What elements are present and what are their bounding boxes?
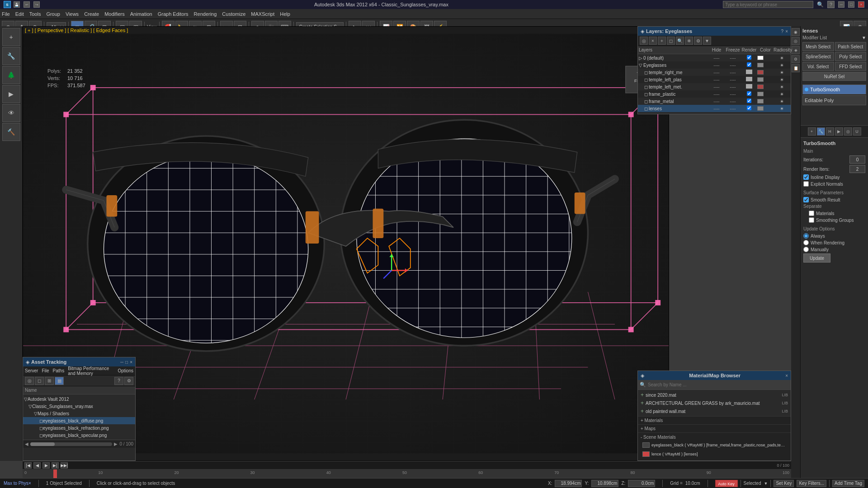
max-to-physx-btn[interactable]: Max to Phys× bbox=[4, 481, 31, 486]
menu-create[interactable]: Create bbox=[84, 11, 99, 17]
scene-mat-lence[interactable]: lence ( VRayMtl ) [lenses] bbox=[641, 450, 788, 459]
coord-z-input[interactable] bbox=[628, 480, 655, 487]
materials-checkbox[interactable] bbox=[809, 211, 814, 216]
menu-file[interactable]: File bbox=[2, 11, 10, 17]
nav-utilities[interactable]: U bbox=[853, 127, 861, 136]
layer-row-lenses[interactable]: ◻lenses ---- ---- ☀ bbox=[638, 105, 791, 112]
asset-close[interactable]: × bbox=[130, 360, 132, 365]
layers-help[interactable]: ? bbox=[781, 29, 784, 34]
asset-maximize[interactable]: □ bbox=[125, 360, 128, 365]
panel-icon-2[interactable]: ◎ bbox=[792, 37, 800, 45]
nav-create[interactable]: + bbox=[808, 127, 816, 136]
menu-maxscript[interactable]: MAXScript bbox=[251, 11, 274, 17]
layers-close[interactable]: × bbox=[785, 29, 788, 34]
ffd-select-btn[interactable]: FFD Select bbox=[835, 62, 867, 71]
asset-btn-settings[interactable]: ⚙ bbox=[124, 377, 133, 385]
asset-scrollbar[interactable]: ◀ ▶ 0 / 100 bbox=[23, 440, 135, 448]
asset-menu-paths[interactable]: Paths bbox=[53, 368, 65, 373]
mat-item-grass[interactable]: + ARCHITECTURAL GREEN GRASS by ark_mauri… bbox=[638, 399, 791, 407]
coord-y-input[interactable] bbox=[591, 480, 618, 487]
update-button[interactable]: Update bbox=[803, 253, 830, 263]
spline-select-btn[interactable]: SplineSelect bbox=[802, 52, 834, 61]
help-icon[interactable]: ? bbox=[827, 1, 835, 8]
asset-btn-help[interactable]: ? bbox=[114, 377, 123, 385]
nav-hierarchy[interactable]: H bbox=[826, 127, 834, 136]
materials-section[interactable]: + Materials bbox=[638, 416, 791, 424]
tl-play[interactable]: ▶ bbox=[42, 462, 50, 469]
iterations-input[interactable] bbox=[849, 155, 865, 164]
asset-max-file[interactable]: ▽Classic_Sunglasses_vray.max bbox=[23, 403, 135, 410]
when-rendering-radio[interactable] bbox=[803, 240, 809, 245]
panel-icon-5[interactable]: 📋 bbox=[792, 64, 800, 72]
mat-item-since2020[interactable]: + since 2020.mat LIB bbox=[638, 391, 791, 399]
asset-refraction[interactable]: ◻eyeglasses_black_refraction.png bbox=[23, 424, 135, 432]
menu-tools[interactable]: Tools bbox=[29, 11, 41, 17]
panel-icon-4[interactable]: ⚙ bbox=[792, 55, 800, 63]
asset-btn-3[interactable]: ⊞ bbox=[45, 377, 54, 385]
explicit-normals-checkbox[interactable] bbox=[803, 181, 809, 187]
left-tool-hierarchy[interactable]: 🌲 bbox=[2, 66, 20, 84]
menu-rendering[interactable]: Rendering bbox=[194, 11, 217, 17]
asset-btn-2[interactable]: ◻ bbox=[35, 377, 44, 385]
menu-graph-editors[interactable]: Graph Editors bbox=[158, 11, 189, 17]
menu-help[interactable]: Help bbox=[280, 11, 290, 17]
layer-row-frame-plastic[interactable]: ◻frame_plastic ---- ---- ☀ bbox=[638, 90, 791, 98]
layer-row-temple-right[interactable]: ◻temple_right_me ---- ---- ☀ bbox=[638, 69, 791, 76]
smooth-result-checkbox[interactable] bbox=[803, 197, 809, 202]
tl-next[interactable]: ▶| bbox=[52, 462, 59, 469]
asset-btn-1[interactable]: ◎ bbox=[25, 377, 34, 385]
layers-delete[interactable]: × bbox=[649, 37, 657, 45]
add-time-tag-btn[interactable]: Add Time Tag bbox=[832, 480, 864, 487]
tl-prev[interactable]: ◀ bbox=[33, 462, 41, 469]
selected-dropdown[interactable]: ▼ bbox=[764, 481, 768, 486]
patch-select-btn[interactable]: Patch Select bbox=[835, 42, 867, 51]
layer-row-default[interactable]: ▷0 (default) ---- ---- ☀ bbox=[638, 54, 791, 61]
asset-menu-file[interactable]: File bbox=[42, 368, 49, 373]
maximize-btn[interactable]: □ bbox=[848, 1, 854, 8]
nav-display[interactable]: ◎ bbox=[844, 127, 852, 136]
nuref-sel-btn[interactable]: NuRef Sel bbox=[802, 72, 866, 81]
left-tool-motion[interactable]: ▶ bbox=[2, 85, 20, 103]
asset-menu-options[interactable]: Options bbox=[118, 368, 133, 373]
maps-section[interactable]: + Maps bbox=[638, 424, 791, 432]
smoothing-groups-checkbox[interactable] bbox=[809, 217, 814, 223]
menu-edit[interactable]: Edit bbox=[15, 11, 24, 17]
panel-icon-3[interactable]: ◈ bbox=[792, 46, 800, 54]
poly-select-btn[interactable]: Poly Select bbox=[835, 52, 867, 61]
asset-specular[interactable]: ◻eyeglasses_black_specular.png bbox=[23, 432, 135, 439]
layer-row-temple-left-plas[interactable]: ◻temple_left_plas ---- ---- ☀ bbox=[638, 76, 791, 83]
left-tool-modify[interactable]: 🔧 bbox=[2, 47, 20, 65]
asset-diffuse[interactable]: ◻eyeglasses_black_diffuse.png bbox=[23, 417, 135, 424]
asset-menu-bitmap[interactable]: Bitmap Performance and Memory bbox=[68, 366, 114, 376]
layers-settings[interactable]: ⚙ bbox=[694, 37, 702, 45]
layer-row-eyeglasses[interactable]: ▽Eyeglasses ---- ---- ☀ bbox=[638, 61, 791, 69]
left-tool-utilities[interactable]: 🔨 bbox=[2, 123, 20, 141]
layers-search[interactable]: 🔍 bbox=[676, 37, 684, 45]
quick-access-save[interactable]: 💾 bbox=[14, 1, 20, 8]
menu-animation[interactable]: Animation bbox=[130, 11, 152, 17]
nav-motion[interactable]: ▶ bbox=[835, 127, 843, 136]
search-icon[interactable]: 🔍 bbox=[817, 1, 824, 8]
asset-vault[interactable]: ▽Autodesk Vault 2012 bbox=[23, 395, 135, 403]
tl-start[interactable]: |◀ bbox=[24, 462, 32, 469]
manually-radio[interactable] bbox=[803, 247, 809, 252]
layers-collapse[interactable]: ▼ bbox=[703, 37, 711, 45]
modifier-list-arrow[interactable]: ▼ bbox=[862, 35, 866, 40]
tl-end[interactable]: ▶▶| bbox=[61, 462, 68, 469]
menu-group[interactable]: Group bbox=[46, 11, 60, 17]
panel-icon-1[interactable]: ◉ bbox=[792, 28, 800, 36]
quick-access-undo[interactable]: ↩ bbox=[24, 1, 30, 8]
scene-mat-eyeglasses[interactable]: eyeglasses_black ( VRayMtl ) [frame_meta… bbox=[641, 441, 788, 450]
asset-menu-server[interactable]: Server bbox=[25, 368, 38, 373]
vol-select-btn[interactable]: Vol. Select bbox=[802, 62, 834, 71]
asset-minimize[interactable]: ─ bbox=[120, 360, 123, 365]
layers-add[interactable]: + bbox=[658, 37, 666, 45]
left-tool-display[interactable]: 👁 bbox=[2, 104, 20, 122]
mat-item-wall[interactable]: + old painted wall.mat LIB bbox=[638, 407, 791, 415]
asset-maps-folder[interactable]: ▽Maps / Shaders bbox=[23, 410, 135, 417]
close-btn[interactable]: × bbox=[858, 1, 864, 8]
menu-customize[interactable]: Customize bbox=[222, 11, 245, 17]
asset-btn-4[interactable]: ▦ bbox=[55, 377, 64, 385]
render-iters-input[interactable] bbox=[849, 165, 865, 173]
timeline-track[interactable]: 0102030405060708090100 bbox=[23, 469, 791, 479]
